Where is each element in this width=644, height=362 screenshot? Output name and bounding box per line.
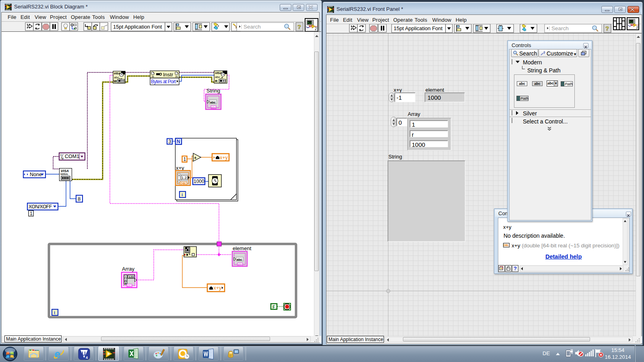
svg-text:N: N: [177, 139, 180, 144]
svg-text:Bytes at Port: Bytes at Port: [151, 79, 176, 84]
svg-text:element: element: [233, 245, 252, 251]
svg-text:1: 1: [30, 211, 33, 216]
svg-text:abc: abc: [114, 76, 119, 79]
svg-text:VISA: VISA: [61, 169, 69, 173]
svg-text:SERIAL: SERIAL: [60, 173, 69, 175]
svg-text:1.23: 1.23: [182, 176, 189, 180]
svg-text:I: I: [61, 154, 62, 156]
svg-text:abc: abc: [238, 263, 243, 267]
svg-text:DBL: DBL: [181, 182, 187, 185]
svg-text:?: ?: [297, 23, 301, 30]
svg-text:Search: Search: [551, 25, 569, 31]
svg-text:k: k: [125, 282, 127, 284]
svg-text:8: 8: [78, 196, 80, 202]
svg-text:2: 2: [315, 27, 317, 31]
svg-text:abc: abc: [211, 106, 217, 109]
svg-text:4: 4: [86, 356, 88, 360]
svg-text:F: F: [272, 304, 275, 309]
svg-text:String: String: [206, 88, 220, 94]
svg-text:Array: Array: [122, 266, 135, 272]
svg-text:abc: abc: [237, 258, 242, 261]
svg-text:XON/XOFF: XON/XOFF: [29, 204, 52, 210]
svg-text:abc: abc: [210, 101, 216, 104]
svg-text:3: 3: [169, 139, 171, 144]
svg-text:2: 2: [636, 25, 638, 29]
svg-text:1: 1: [184, 156, 186, 162]
svg-text:x+y: x+y: [220, 155, 228, 160]
svg-text:?: ?: [605, 25, 609, 32]
svg-text:x+y: x+y: [214, 285, 222, 291]
svg-text:i: i: [54, 310, 55, 315]
svg-text:15pt Application Font: 15pt Application Font: [113, 24, 162, 30]
svg-text:x+y: x+y: [176, 165, 184, 171]
svg-text:+: +: [194, 155, 196, 160]
svg-text:1000: 1000: [194, 179, 204, 184]
svg-text:?!: ?!: [175, 75, 178, 78]
svg-text:15pt Application Font: 15pt Application Font: [394, 25, 443, 31]
svg-text:W: W: [114, 79, 117, 83]
svg-text:123: 123: [129, 276, 134, 278]
svg-text:COM1: COM1: [65, 154, 79, 159]
svg-text:Instr: Instr: [163, 72, 173, 78]
svg-text:i: i: [125, 275, 126, 278]
svg-text:i: i: [182, 192, 183, 197]
svg-text:?!: ?!: [151, 75, 154, 78]
svg-text:abc: abc: [127, 284, 132, 288]
svg-text:R: R: [215, 79, 218, 83]
svg-text:abc: abc: [215, 75, 220, 79]
svg-text:e: e: [54, 348, 60, 360]
svg-text:Search: Search: [244, 24, 261, 30]
svg-text:None: None: [30, 172, 42, 177]
svg-text:o: o: [62, 157, 64, 160]
